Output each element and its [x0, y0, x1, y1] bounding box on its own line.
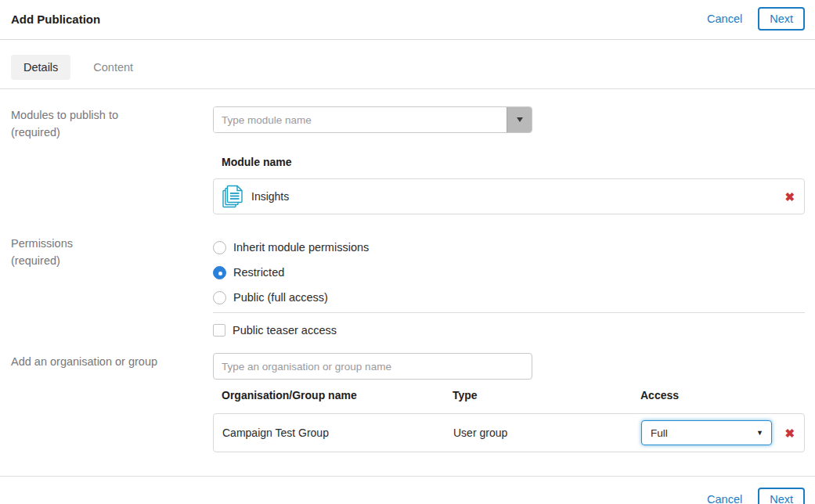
cancel-link-bottom[interactable]: Cancel: [707, 493, 742, 504]
column-access: Access: [640, 389, 805, 401]
header-actions: Cancel Next: [707, 7, 805, 31]
radio-option-public[interactable]: Public (full access): [213, 285, 805, 310]
module-row-name: Insights: [222, 185, 779, 208]
access-select[interactable]: Full ▼: [641, 420, 772, 445]
radio-option-inherit[interactable]: Inherit module permissions: [213, 235, 805, 260]
access-select-value: Full: [651, 427, 668, 439]
module-row: Insights ✖: [213, 178, 805, 214]
caret-down-icon: ▼: [756, 429, 763, 437]
module-name-input[interactable]: [214, 107, 507, 132]
remove-org-icon[interactable]: ✖: [779, 427, 795, 439]
column-org-name: Organisation/Group name: [222, 389, 453, 401]
next-button-top[interactable]: Next: [758, 7, 805, 31]
org-table-header: Organisation/Group name Type Access: [213, 389, 805, 401]
next-button-bottom[interactable]: Next: [758, 488, 805, 504]
modules-required-note: (required): [11, 124, 213, 141]
radio-icon[interactable]: [213, 266, 226, 279]
module-combo: [213, 106, 532, 133]
cancel-link-top[interactable]: Cancel: [707, 13, 742, 25]
modules-section: Modules to publish to (required) Module …: [0, 106, 815, 214]
organisation-input[interactable]: [213, 353, 532, 380]
remove-module-icon[interactable]: ✖: [779, 191, 795, 203]
footer-actions: Cancel Next: [0, 477, 815, 504]
org-row-name: Campaign Test Group: [222, 427, 453, 439]
column-type: Type: [453, 389, 640, 401]
document-stack-icon: [222, 185, 243, 208]
tab-details[interactable]: Details: [11, 55, 70, 80]
modules-label: Modules to publish to (required): [11, 106, 213, 214]
tab-content[interactable]: Content: [81, 55, 146, 80]
public-teaser-checkbox-row[interactable]: Public teaser access: [213, 322, 805, 338]
organisation-section: Add an organisation or group Organisatio…: [0, 353, 815, 452]
radio-icon[interactable]: [213, 291, 226, 304]
module-dropdown-button[interactable]: [507, 107, 532, 132]
organisation-label: Add an organisation or group: [11, 353, 213, 452]
radio-option-restricted[interactable]: Restricted: [213, 260, 805, 285]
page-title: Add Publication: [11, 13, 100, 26]
permissions-divider: [213, 312, 805, 313]
checkbox-icon[interactable]: [213, 324, 225, 337]
module-table-header: Module name: [213, 156, 805, 168]
org-row-type: User group: [453, 427, 641, 439]
tab-bar: Details Content: [0, 40, 815, 89]
radio-icon[interactable]: [213, 241, 226, 254]
permissions-label: Permissions (required): [11, 235, 213, 338]
header-bar: Add Publication Cancel Next: [0, 0, 815, 40]
permissions-section: Permissions (required) Inherit module pe…: [0, 235, 815, 338]
permissions-required-note: (required): [11, 252, 213, 269]
caret-down-icon: [517, 117, 523, 122]
org-row: Campaign Test Group User group Full ▼ ✖: [213, 413, 805, 452]
